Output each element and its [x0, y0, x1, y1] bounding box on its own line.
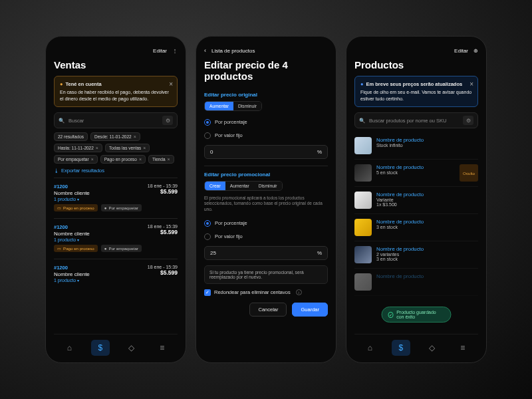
product-thumb — [354, 273, 372, 291]
product-row[interactable]: Nombre de producto — [354, 269, 478, 296]
header: ‹ Lista de productos — [204, 46, 328, 55]
screen-edit-price: ‹ Lista de productos Editar precio de 4 … — [196, 36, 336, 363]
section-original: Editar precio original — [204, 92, 328, 98]
search-placeholder: Buscar — [68, 118, 84, 124]
sale-customer: Nombre cliente — [54, 190, 90, 196]
sale-row[interactable]: #1200 Nombre cliente 1 producto ▾ 18 ene… — [54, 180, 178, 217]
radio-porcentaje[interactable]: Por porcentaje — [204, 119, 328, 126]
sale-date: 18 ene - 15:39 — [148, 184, 178, 188]
back-label[interactable]: Lista de productos — [211, 48, 255, 54]
info-icon[interactable]: i — [296, 289, 302, 295]
product-thumb — [354, 137, 372, 154]
product-thumb — [354, 219, 372, 236]
product-row[interactable]: Nombre de producto 2 variantes 3 en stoc… — [354, 241, 478, 269]
nav-home[interactable]: ⌂ — [360, 340, 379, 356]
promo-value-input[interactable]: 25% — [204, 246, 328, 260]
chip[interactable]: Pago en proceso× — [100, 155, 146, 164]
page-title: Productos — [354, 59, 478, 70]
page-title: Editar precio de 4 productos — [204, 59, 328, 82]
alert-body: Fique de olho em seu e-mail. Vamos te av… — [360, 89, 472, 102]
download-icon: ⭳ — [54, 168, 59, 174]
product-row[interactable]: Nombre de producto 5 en stock Oculto — [354, 160, 478, 187]
filter-icon[interactable]: ⚙ — [162, 116, 173, 125]
radio-porcentaje[interactable]: Por porcentaje — [204, 220, 328, 227]
round-checkbox[interactable]: ✓ Redondear para eliminar centavos i — [204, 289, 328, 296]
product-stock: Stock infinito — [376, 143, 478, 148]
sale-id: #1200 — [54, 184, 90, 190]
add-icon[interactable]: ⊕ — [473, 48, 478, 54]
page-title: Ventas — [54, 59, 178, 70]
nav-sales[interactable]: $ — [91, 340, 110, 356]
search-icon: 🔍 — [59, 118, 65, 124]
chip[interactable]: Todas las ventas× — [105, 144, 150, 152]
section-promo: Editar precio promocional — [204, 172, 328, 178]
search-input[interactable]: 🔍 Buscar produtos por nome ou SKU ⚙ — [354, 112, 478, 128]
export-link[interactable]: ⭳ Exportar resultados — [54, 168, 178, 174]
check-icon: ✓ — [388, 312, 394, 318]
alert-title: Tené en cuenta — [66, 81, 102, 87]
nav-sales[interactable]: $ — [392, 340, 410, 356]
value-input[interactable]: 0% — [204, 145, 328, 159]
seg-disminuir[interactable]: Disminuir — [254, 182, 282, 190]
header: Editar ⋮ — [54, 46, 178, 55]
nav-products[interactable]: ◇ — [422, 340, 441, 356]
screen-ventas: Editar ⋮ Ventas × ●Tené en cuenta En cas… — [45, 36, 186, 363]
segment-promo: Crear Aumentar Disminuir — [204, 181, 283, 191]
product-row[interactable]: Nombre de producto 3 en stock — [354, 214, 478, 241]
results-count: 22 resultados — [54, 132, 88, 141]
bottom-nav: ⌂ $ ◇ ≡ — [354, 334, 478, 356]
info-alert: × ●Em breve seus preços serão atualizado… — [354, 76, 478, 107]
product-thumb — [354, 164, 372, 182]
back-icon[interactable]: ‹ — [204, 47, 206, 54]
header: Editar ⊕ — [354, 46, 478, 55]
sale-price: $5.599 — [148, 188, 178, 195]
seg-crear[interactable]: Crear — [205, 182, 225, 190]
cancel-button[interactable]: Cancelar — [249, 303, 287, 317]
chip[interactable]: Desde: 11-01-2022× — [90, 132, 140, 141]
checkbox-icon: ✓ — [204, 289, 211, 296]
filter-icon[interactable]: ⚙ — [463, 116, 473, 125]
search-icon: 🔍 — [359, 118, 365, 124]
product-thumb — [354, 192, 372, 209]
sale-row[interactable]: #1200 Nombre cliente 1 producto ▾ 18 ene… — [54, 261, 178, 288]
product-row[interactable]: Nombre de producto Stock infinito — [354, 132, 478, 160]
search-placeholder: Buscar produtos por nome ou SKU — [369, 118, 446, 124]
status-badge: ● Por empaquetar — [101, 204, 142, 211]
promo-note: Si tu producto ya tiene precio promocion… — [204, 265, 328, 284]
close-icon[interactable]: × — [169, 80, 173, 89]
kebab-icon[interactable]: ⋮ — [172, 48, 178, 54]
hidden-badge: Oculto — [460, 164, 478, 182]
nav-menu[interactable]: ≡ — [454, 340, 472, 356]
seg-disminuir[interactable]: Disminuir — [233, 102, 261, 110]
bottom-nav: ⌂ $ ◇ ≡ — [54, 334, 178, 356]
alert-title: Em breve seus preços serão atualizados — [366, 81, 463, 87]
status-badge: ▭ Pago en proceso — [54, 204, 98, 211]
chip[interactable]: Hasta: 11-11-2022× — [54, 144, 102, 152]
edit-link[interactable]: Editar — [454, 48, 468, 54]
screen-productos: Editar ⊕ Productos × ●Em breve seus preç… — [346, 36, 487, 363]
radio-valor-fijo[interactable]: Por valor fijo — [204, 132, 328, 139]
promo-description: El precio promocional aplicará a todos l… — [204, 196, 328, 213]
product-row[interactable]: Nombre de producto Variante 1x $3.500 — [354, 187, 478, 214]
search-input[interactable]: 🔍 Buscar ⚙ — [54, 112, 178, 128]
chip[interactable]: Tienda× — [148, 155, 174, 164]
nav-products[interactable]: ◇ — [122, 340, 140, 356]
success-toast: ✓ Producto guardado con éxito — [382, 307, 452, 323]
alert-body: En caso de haber recibido el pago, deber… — [60, 89, 172, 102]
segment-original: Aumentar Disminuir — [204, 101, 262, 111]
seg-aumentar[interactable]: Aumentar — [225, 182, 254, 190]
warning-alert: × ●Tené en cuenta En caso de haber recib… — [54, 76, 178, 107]
radio-valor-fijo[interactable]: Por valor fijo — [204, 233, 328, 240]
nav-menu[interactable]: ≡ — [153, 340, 172, 356]
chip[interactable]: Por empaquetar× — [54, 155, 98, 164]
product-thumb — [354, 246, 372, 263]
sale-row[interactable]: #1200 Nombre cliente 1 producto ▾ 18 ene… — [54, 220, 178, 257]
product-name: Nombre de producto — [376, 137, 478, 143]
seg-aumentar[interactable]: Aumentar — [205, 102, 233, 110]
edit-link[interactable]: Editar — [153, 48, 167, 54]
save-button[interactable]: Guardar — [292, 303, 328, 317]
nav-home[interactable]: ⌂ — [60, 340, 78, 356]
filter-chips: 22 resultados Desde: 11-01-2022× Hasta: … — [54, 132, 178, 164]
close-icon[interactable]: × — [469, 80, 473, 89]
